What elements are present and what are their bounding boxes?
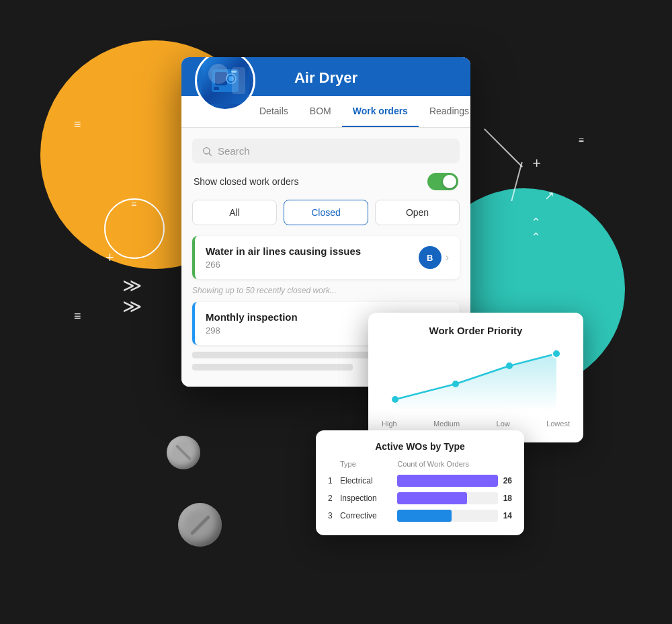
deco-plus-icon-2: + <box>532 155 541 172</box>
chart-label-medium: Medium <box>433 420 460 428</box>
tab-bom[interactable]: BOM <box>299 96 342 127</box>
row-bar-1 <box>397 472 498 490</box>
active-wos-table: Type Count of Work Orders 1 Electrical 2… <box>328 460 512 524</box>
row-bar-2 <box>397 490 498 507</box>
row-num-3: 3 <box>328 507 340 524</box>
row-type-3: Corrective <box>340 507 397 524</box>
col-type: Type <box>340 460 397 472</box>
search-bar[interactable]: Search <box>192 139 460 163</box>
bar-wrap-2 <box>397 492 498 504</box>
deco-line-1 <box>484 128 523 167</box>
bar-wrap-3 <box>397 510 498 522</box>
bar-fill-2 <box>397 492 467 504</box>
row-count-2: 18 <box>498 490 512 507</box>
svg-point-6 <box>204 147 210 153</box>
col-count: Count of Work Orders <box>397 460 498 472</box>
chart-labels: High Medium Low Lowest <box>382 420 570 428</box>
svg-rect-1 <box>215 72 227 85</box>
col-num-val <box>498 460 512 472</box>
chart-label-low: Low <box>497 420 510 428</box>
svg-point-8 <box>392 396 398 403</box>
svg-point-3 <box>228 76 234 81</box>
panel-header: Air Dryer <box>181 57 470 96</box>
avatar <box>195 57 255 111</box>
table-row: 1 Electrical 26 <box>328 472 512 490</box>
filter-buttons: All Closed Open <box>192 200 460 225</box>
work-order-item-1[interactable]: Water in air lines causing issues 266 B … <box>192 236 460 279</box>
screw-bolt-2 <box>178 503 222 547</box>
active-wos-title: Active WOs by Type <box>328 441 512 452</box>
deco-chevrons-icon: ⌃⌃ <box>531 215 541 245</box>
priority-chart-title: Work Order Priority <box>382 325 570 336</box>
show-closed-toggle[interactable] <box>427 173 458 190</box>
row-count-1: 26 <box>498 472 512 490</box>
wo-title-1: Water in air lines causing issues <box>206 245 361 257</box>
deco-equals-icon-1: ≡ <box>74 118 83 132</box>
deco-plus-icon-1: + <box>106 249 114 266</box>
filter-open[interactable]: Open <box>375 200 460 225</box>
wo-avatar-1: B <box>419 246 442 269</box>
priority-svg <box>382 347 570 414</box>
chart-label-lowest: Lowest <box>546 420 570 428</box>
deco-arrow-icon: ↗ <box>544 188 554 203</box>
closed-notice: Showing up to 50 recently closed work... <box>192 286 460 295</box>
tab-work-orders[interactable]: Work orders <box>342 96 419 127</box>
screw-bolt-1 <box>167 436 200 469</box>
wo-content-1: Water in air lines causing issues 266 <box>206 245 361 270</box>
priority-card: Work Order Priority High Medium Low Lowe… <box>368 313 583 442</box>
deco-chevron-icon: ≫≫ <box>122 276 142 317</box>
svg-point-10 <box>506 362 513 369</box>
filter-all[interactable]: All <box>192 200 277 225</box>
search-placeholder: Search <box>218 145 250 157</box>
tab-readings[interactable]: Readings <box>419 96 470 127</box>
wo-chevron-1: › <box>446 251 449 264</box>
table-row: 3 Corrective 14 <box>328 507 512 524</box>
toggle-row: Show closed work orders <box>192 173 460 190</box>
chart-label-high: High <box>382 420 397 428</box>
priority-chart-area <box>382 347 570 414</box>
deco-equals-icon-2: ≡ <box>74 309 83 323</box>
wo-number-1: 266 <box>206 260 361 270</box>
bar-fill-3 <box>397 510 452 522</box>
row-num-2: 2 <box>328 490 340 507</box>
deco-hamburger-icon-2: ≡ <box>579 134 585 145</box>
svg-point-11 <box>552 350 560 358</box>
table-row: 2 Inspection 18 <box>328 490 512 507</box>
deco-hamburger-icon: ≡ <box>131 198 136 209</box>
machine-image <box>202 57 249 104</box>
filter-closed[interactable]: Closed <box>284 200 368 225</box>
wo-right-1: B › <box>419 246 449 269</box>
tab-details[interactable]: Details <box>249 96 299 127</box>
row-num-1: 1 <box>328 472 340 490</box>
svg-rect-4 <box>214 87 219 90</box>
row-type-2: Inspection <box>340 490 397 507</box>
row-bar-3 <box>397 507 498 524</box>
col-num <box>328 460 340 472</box>
bar-fill-1 <box>397 475 498 487</box>
active-wos-card: Active WOs by Type Type Count of Work Or… <box>316 430 524 535</box>
svg-line-7 <box>209 153 212 156</box>
bar-wrap-1 <box>397 475 498 487</box>
search-icon <box>202 146 212 157</box>
placeholder-bar-2 <box>192 364 353 370</box>
toggle-label: Show closed work orders <box>194 176 298 187</box>
row-type-1: Electrical <box>340 472 397 490</box>
svg-point-9 <box>452 381 459 387</box>
row-count-3: 14 <box>498 507 512 524</box>
svg-rect-5 <box>231 71 237 73</box>
machine-svg <box>208 64 242 98</box>
